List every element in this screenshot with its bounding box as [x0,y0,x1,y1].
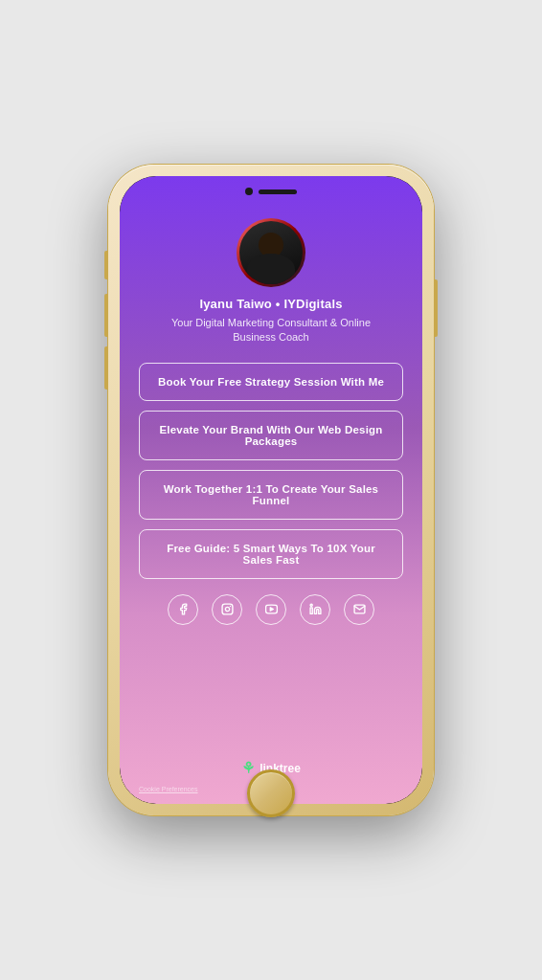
facebook-icon[interactable] [168,594,198,625]
svg-rect-3 [310,608,312,614]
linktree-logo-icon: ⚘ [241,759,255,777]
social-icons-row [168,594,374,625]
mute-button [104,251,108,279]
linkedin-icon[interactable] [300,594,330,625]
home-button[interactable] [247,769,295,817]
email-icon[interactable] [344,594,374,625]
svg-rect-0 [222,604,233,614]
svg-marker-2 [270,608,273,611]
phone-frame: Iyanu Taiwo • IYDigitals Your Digital Ma… [108,165,434,815]
volume-down-button [104,346,108,390]
svg-point-4 [310,604,312,606]
link-button-1[interactable]: Book Your Free Strategy Session With Me [139,363,403,401]
avatar-person [239,221,303,284]
status-bar [120,176,422,203]
screen-content: Iyanu Taiwo • IYDigitals Your Digital Ma… [120,176,422,804]
main-content: Iyanu Taiwo • IYDigitals Your Digital Ma… [120,203,422,804]
link-button-4[interactable]: Free Guide: 5 Smart Ways To 10X Your Sal… [139,529,403,579]
avatar-image [239,221,303,284]
link-buttons: Book Your Free Strategy Session With MeE… [139,363,403,589]
instagram-icon[interactable] [212,594,242,625]
avatar [237,218,305,287]
profile-description: Your Digital Marketing Consultant & Onli… [166,316,376,345]
front-camera [245,188,253,195]
volume-up-button [104,294,108,337]
cookie-preferences-link[interactable]: Cookie Preferences [139,786,197,792]
youtube-icon[interactable] [256,594,286,625]
avatar-body [247,254,295,284]
power-button [434,279,438,337]
speaker [259,189,297,194]
link-button-2[interactable]: Elevate Your Brand With Our Web Design P… [139,411,403,460]
phone-screen: Iyanu Taiwo • IYDigitals Your Digital Ma… [120,176,422,804]
link-button-3[interactable]: Work Together 1:1 To Create Your Sales F… [139,470,403,520]
profile-name: Iyanu Taiwo • IYDigitals [199,297,342,311]
